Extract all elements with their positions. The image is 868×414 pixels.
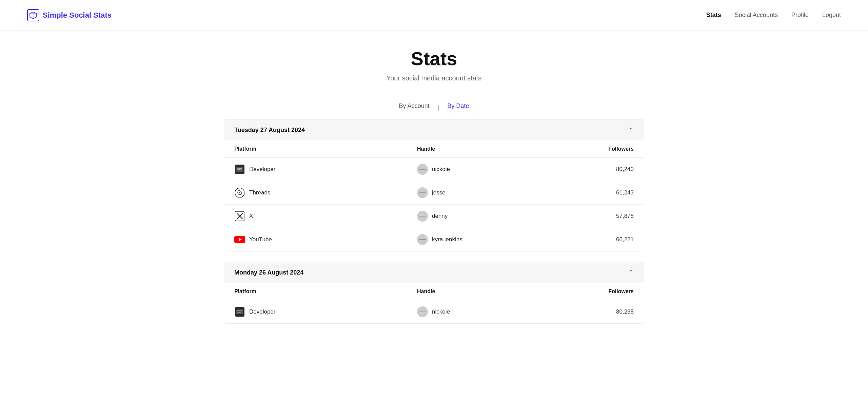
- handle-name: nickole: [432, 166, 450, 173]
- svg-rect-4: [237, 169, 241, 170]
- svg-rect-11: [237, 310, 242, 311]
- avatar: [417, 234, 428, 245]
- avatar-placeholder: [419, 216, 426, 217]
- platform-cell: Developer: [234, 164, 417, 175]
- avatar-placeholder: [419, 239, 426, 240]
- date-label-2: Monday 26 August 2024: [234, 269, 303, 276]
- logo[interactable]: Simple Social Stats: [27, 9, 112, 21]
- nav-links: Stats Social Accounts Profile Logout: [706, 12, 841, 19]
- svg-rect-12: [237, 312, 241, 313]
- platform-cell: Developer: [234, 306, 417, 317]
- date-header-1[interactable]: Tuesday 27 August 2024 ⌃: [224, 119, 644, 140]
- avatar-placeholder: [419, 192, 426, 193]
- nav-profile[interactable]: Profile: [791, 12, 809, 19]
- platform-cell: Threads: [234, 187, 417, 198]
- date-group-2: Monday 26 August 2024 ⌃ Platform Handle …: [224, 262, 644, 324]
- handle-cell: kyra.jenkins: [417, 234, 600, 245]
- avatar: [417, 211, 428, 222]
- handle-cell: jesse: [417, 187, 600, 198]
- chevron-up-icon-1: ⌃: [629, 126, 634, 134]
- platform-name: Developer: [249, 308, 276, 315]
- chevron-up-icon-2: ⌃: [629, 269, 634, 276]
- svg-point-6: [239, 192, 240, 193]
- svg-rect-3: [237, 168, 242, 169]
- page-title: Stats: [7, 48, 861, 70]
- tab-by-date[interactable]: By Date: [447, 102, 469, 112]
- x-icon: [234, 211, 245, 222]
- nav-stats[interactable]: Stats: [706, 12, 721, 19]
- tab-divider: |: [438, 104, 439, 111]
- table-row: YouTube kyra.jenkins 66,221: [224, 228, 644, 251]
- col-handle-2: Handle: [417, 288, 600, 295]
- tab-by-account[interactable]: By Account: [399, 102, 430, 112]
- handle-name: kyra.jenkins: [432, 236, 462, 243]
- platform-name: YouTube: [249, 236, 272, 243]
- avatar-placeholder: [419, 169, 426, 170]
- handle-cell: nickole: [417, 164, 600, 175]
- handle-name: jesse: [432, 189, 446, 196]
- youtube-icon: [234, 234, 245, 245]
- nav-logout[interactable]: Logout: [822, 12, 841, 19]
- tabs-container: By Account | By Date: [0, 102, 868, 112]
- followers-count: 61,243: [600, 189, 634, 196]
- table-header-1: Platform Handle Followers: [224, 140, 644, 158]
- developer-icon: [234, 306, 245, 317]
- table-header-2: Platform Handle Followers: [224, 283, 644, 300]
- platform-name: Developer: [249, 166, 276, 173]
- col-handle-1: Handle: [417, 146, 600, 152]
- table-row: Developer nickole 80,240: [224, 158, 644, 181]
- date-group-1: Tuesday 27 August 2024 ⌃ Platform Handle…: [224, 119, 644, 251]
- navbar: Simple Social Stats Stats Social Account…: [0, 0, 868, 31]
- page-subtitle: Your social media account stats: [7, 74, 861, 82]
- followers-count: 57,878: [600, 213, 634, 220]
- avatar: [417, 164, 428, 175]
- handle-cell: nickole: [417, 306, 600, 317]
- avatar-placeholder: [419, 312, 426, 312]
- col-platform-1: Platform: [234, 146, 417, 152]
- table-row: Developer nickole 80,235: [224, 300, 644, 323]
- avatar: [417, 187, 428, 198]
- col-followers-2: Followers: [600, 288, 634, 295]
- threads-icon: [234, 187, 245, 198]
- date-header-2[interactable]: Monday 26 August 2024 ⌃: [224, 262, 644, 283]
- followers-count: 66,221: [600, 236, 634, 243]
- platform-cell: YouTube: [234, 234, 417, 245]
- logo-text: Simple Social Stats: [43, 11, 112, 20]
- date-label-1: Tuesday 27 August 2024: [234, 127, 305, 134]
- handle-name: denny: [432, 213, 448, 220]
- table-row: Threads jesse 61,243: [224, 181, 644, 205]
- col-followers-1: Followers: [600, 146, 634, 152]
- nav-social-accounts[interactable]: Social Accounts: [735, 12, 778, 19]
- handle-name: nickole: [432, 308, 450, 315]
- logo-icon: [27, 9, 39, 21]
- table-row: X denny 57,878: [224, 205, 644, 228]
- followers-count: 80,235: [600, 308, 634, 315]
- developer-icon: [234, 164, 245, 175]
- platform-name: X: [249, 213, 253, 220]
- col-platform-2: Platform: [234, 288, 417, 295]
- avatar: [417, 306, 428, 317]
- platform-cell: X: [234, 211, 417, 222]
- platform-name: Threads: [249, 189, 270, 196]
- hero-section: Stats Your social media account stats: [0, 31, 868, 92]
- main-content: Tuesday 27 August 2024 ⌃ Platform Handle…: [197, 119, 671, 354]
- followers-count: 80,240: [600, 166, 634, 173]
- handle-cell: denny: [417, 211, 600, 222]
